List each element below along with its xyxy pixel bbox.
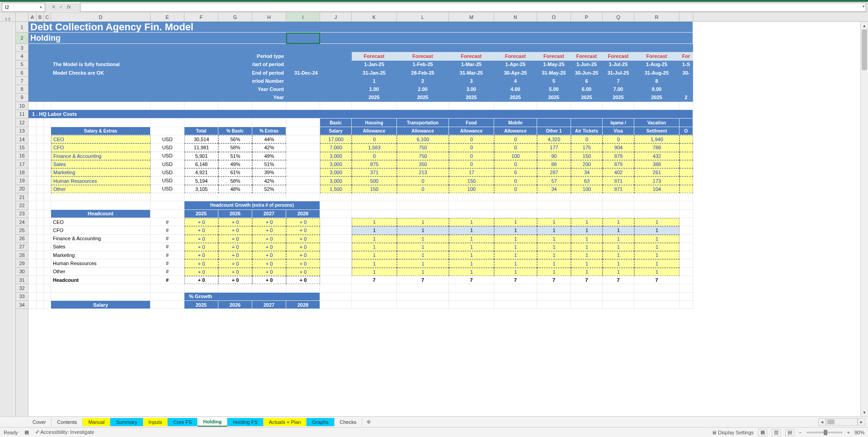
cell[interactable]: 1 [603, 243, 634, 251]
cell[interactable]: 48% [218, 185, 252, 193]
cell[interactable]: Headcount [51, 210, 151, 218]
page-subtitle[interactable]: Holding [28, 33, 693, 44]
tab-cover[interactable]: Cover [27, 418, 52, 426]
cell[interactable] [44, 193, 51, 201]
cell[interactable] [44, 259, 51, 267]
cell[interactable] [634, 301, 679, 309]
cell[interactable]: 1,940 [634, 135, 679, 143]
cell[interactable] [537, 284, 571, 292]
cell[interactable]: 1 [603, 268, 634, 276]
cell[interactable] [28, 235, 37, 243]
cell[interactable]: + 0 [218, 268, 252, 276]
tab-contents[interactable]: Contents [52, 418, 83, 426]
cell[interactable] [286, 77, 320, 85]
cell[interactable] [151, 284, 184, 292]
cell[interactable]: Sales [51, 243, 151, 251]
cell[interactable] [44, 127, 51, 135]
cell[interactable]: 1-Aug-25 [634, 61, 679, 69]
fx-icon[interactable]: fx [67, 4, 74, 10]
cell[interactable]: 871 [603, 176, 634, 185]
cell[interactable] [320, 210, 352, 218]
cell[interactable]: 2025 [184, 301, 218, 309]
cell[interactable] [28, 143, 37, 152]
cell[interactable]: 4.00 [494, 85, 537, 93]
cell[interactable]: 100 [494, 152, 537, 160]
cell[interactable]: % Growth [184, 293, 320, 301]
cell[interactable]: 1 [537, 251, 571, 259]
cell[interactable]: 904 [603, 143, 634, 152]
cell[interactable] [537, 210, 571, 218]
cell[interactable]: 1 [397, 268, 449, 276]
col-header[interactable]: J [320, 13, 352, 21]
cell[interactable] [28, 160, 37, 168]
horizontal-scrollbar[interactable]: ◄ ► [818, 418, 868, 426]
cell[interactable] [44, 119, 51, 127]
cell[interactable]: 6 [494, 168, 537, 176]
cell[interactable]: 879 [603, 152, 634, 160]
cell[interactable]: 1 [449, 251, 494, 259]
cell[interactable]: 1 [634, 226, 679, 234]
col-header[interactable]: O [537, 13, 571, 21]
cell[interactable]: + 0 [252, 218, 286, 226]
cell[interactable] [679, 176, 693, 185]
cell[interactable]: Salary [51, 301, 151, 309]
cell[interactable]: 7,000 [320, 143, 352, 152]
cell[interactable]: 1 [571, 268, 603, 276]
cell[interactable] [51, 119, 151, 127]
cell[interactable]: + 0 [286, 243, 320, 251]
cell[interactable] [286, 61, 320, 69]
cell[interactable] [320, 52, 352, 60]
cell[interactable]: 1 [397, 235, 449, 243]
cell[interactable] [603, 293, 634, 301]
cell[interactable] [571, 301, 603, 309]
col-header[interactable]: H [252, 13, 286, 21]
cell[interactable]: + 0 [252, 226, 286, 234]
cell[interactable]: 1 [603, 251, 634, 259]
cell[interactable]: Allowance [397, 127, 449, 135]
cell[interactable]: Model Checks are OK [51, 69, 151, 77]
cell[interactable]: 0 [449, 135, 494, 143]
cell[interactable]: 1-S [679, 61, 693, 69]
cell[interactable]: 1 [449, 243, 494, 251]
row-header[interactable]: 24 [16, 218, 28, 226]
cell[interactable] [397, 102, 449, 110]
row-header[interactable]: 21 [16, 193, 28, 201]
row-header[interactable]: 1 [16, 22, 28, 33]
col-header[interactable]: I [286, 13, 320, 21]
col-header[interactable]: A [28, 13, 37, 21]
cell[interactable]: 177 [537, 143, 571, 152]
cell[interactable] [286, 44, 320, 52]
cell[interactable]: 0 [603, 135, 634, 143]
cell[interactable]: # [151, 243, 184, 251]
cell[interactable]: 0 [397, 176, 449, 185]
cell[interactable] [44, 94, 51, 102]
cell[interactable]: + 0 [252, 259, 286, 267]
cell[interactable] [679, 301, 693, 309]
cell[interactable] [37, 85, 44, 93]
col-header[interactable]: Q [603, 13, 634, 21]
cell[interactable]: 5 [537, 77, 571, 85]
cell[interactable]: 6.00 [571, 85, 603, 93]
cell[interactable]: 104 [634, 185, 679, 193]
cell[interactable]: 7.00 [603, 85, 634, 93]
cell[interactable] [494, 201, 537, 209]
cell[interactable] [320, 218, 352, 226]
cell[interactable] [218, 61, 252, 69]
cell[interactable]: Transportation [397, 119, 449, 127]
cell[interactable]: 1 [494, 243, 537, 251]
cell[interactable] [218, 69, 252, 77]
row-header[interactable]: 30 [16, 268, 28, 276]
cell[interactable] [44, 201, 51, 209]
cell[interactable]: 2025 [184, 210, 218, 218]
cell[interactable]: 1 [634, 251, 679, 259]
row-header[interactable]: 13 [16, 127, 28, 135]
cell[interactable] [286, 185, 320, 193]
cell[interactable] [679, 284, 693, 292]
cell[interactable] [51, 102, 151, 110]
cell[interactable]: 7 [634, 276, 679, 284]
cell[interactable] [679, 235, 693, 243]
cell[interactable]: Food [449, 119, 494, 127]
cell[interactable]: + 0 [286, 251, 320, 259]
cell[interactable] [37, 94, 44, 102]
cell[interactable] [28, 243, 37, 251]
